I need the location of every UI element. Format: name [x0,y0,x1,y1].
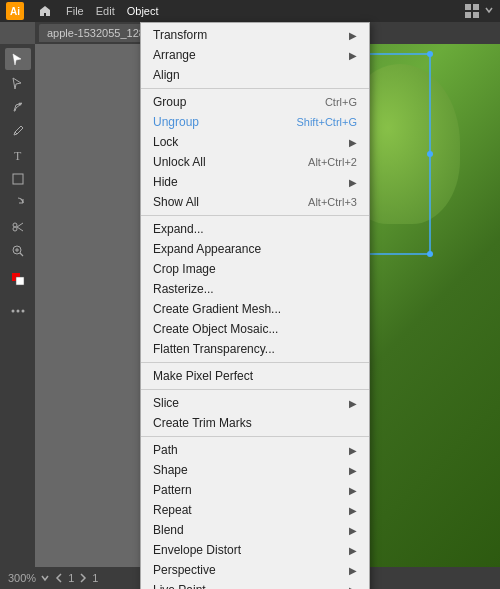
menu-item-expand[interactable]: Expand... [141,219,369,239]
home-icon[interactable] [36,2,54,20]
arrow-icon: ▶ [349,545,357,556]
menu-item-live-paint[interactable]: Live Paint ▶ [141,580,369,589]
menu-item-group[interactable]: Group Ctrl+G [141,92,369,112]
chevron-down-icon[interactable] [484,3,494,19]
menu-item-gradient-mesh[interactable]: Create Gradient Mesh... [141,299,369,319]
menu-item-hide[interactable]: Hide ▶ [141,172,369,192]
arrow-icon: ▶ [349,177,357,188]
menu-item-show-all[interactable]: Show All Alt+Ctrl+3 [141,192,369,212]
menu-item-transform[interactable]: Transform ▶ [141,25,369,45]
svg-point-12 [11,310,14,313]
separator-4 [141,389,369,390]
svg-point-13 [16,310,19,313]
menu-item-pixel-perfect[interactable]: Make Pixel Perfect [141,366,369,386]
menu-item-slice[interactable]: Slice ▶ [141,393,369,413]
svg-rect-3 [473,12,479,18]
app-logo: Ai [6,2,24,20]
fill-tool[interactable] [5,268,31,290]
arrow-icon: ▶ [349,398,357,409]
grid-icon[interactable] [464,3,480,19]
svg-point-7 [13,223,17,227]
svg-rect-1 [473,4,479,10]
menu-object[interactable]: Object [127,5,159,17]
svg-point-14 [21,310,24,313]
svg-point-18 [427,51,433,57]
type-tool[interactable]: T [5,144,31,166]
menu-item-path[interactable]: Path ▶ [141,440,369,460]
menu-item-ungroup[interactable]: Ungroup Shift+Ctrl+G [141,112,369,132]
menu-bar: Ai File Edit Object [0,0,500,22]
menu-item-crop-image[interactable]: Crop Image [141,259,369,279]
menu-edit[interactable]: Edit [96,5,115,17]
menu-item-create-trim[interactable]: Create Trim Marks [141,413,369,433]
artboard-current: 1 [68,572,74,584]
arrow-icon: ▶ [349,485,357,496]
pen-tool[interactable] [5,96,31,118]
arrow-icon: ▶ [349,465,357,476]
menu-item-expand-appearance[interactable]: Expand Appearance [141,239,369,259]
separator-1 [141,88,369,89]
arrow-icon: ▶ [349,50,357,61]
selection-tool[interactable] [5,48,31,70]
svg-point-8 [13,227,17,231]
svg-rect-2 [465,12,471,18]
svg-point-20 [427,251,433,257]
svg-point-19 [427,151,433,157]
direct-selection-tool[interactable] [5,72,31,94]
menu-item-flatten-transparency[interactable]: Flatten Transparency... [141,339,369,359]
artboard-next-icon[interactable] [78,571,88,585]
menu-item-blend[interactable]: Blend ▶ [141,520,369,540]
arrow-icon: ▶ [349,445,357,456]
shape-tool[interactable] [5,168,31,190]
menu-item-pattern[interactable]: Pattern ▶ [141,480,369,500]
arrow-icon: ▶ [349,137,357,148]
menu-item-unlock-all[interactable]: Unlock All Alt+Ctrl+2 [141,152,369,172]
menu-file[interactable]: File [66,5,84,17]
pencil-tool[interactable] [5,120,31,142]
arrow-icon: ▶ [349,565,357,576]
zoom-tool[interactable] [5,240,31,262]
menu-item-rasterize[interactable]: Rasterize... [141,279,369,299]
menu-item-arrange[interactable]: Arrange ▶ [141,45,369,65]
svg-rect-11 [16,277,24,285]
arrow-icon: ▶ [349,30,357,41]
rotate-tool[interactable] [5,192,31,214]
left-toolbar: T [0,44,35,567]
object-dropdown-menu: Transform ▶ Arrange ▶ Align Group Ctrl+G… [140,22,370,589]
more-tools[interactable] [5,300,31,322]
svg-rect-0 [465,4,471,10]
scissors-tool[interactable] [5,216,31,238]
separator-5 [141,436,369,437]
menu-item-object-mosaic[interactable]: Create Object Mosaic... [141,319,369,339]
arrow-icon: ▶ [349,505,357,516]
artboard-total: 1 [92,572,98,584]
arrow-icon: ▶ [349,525,357,536]
menu-item-align[interactable]: Align [141,65,369,85]
menu-item-shape[interactable]: Shape ▶ [141,460,369,480]
zoom-level: 300% [8,572,36,584]
menu-item-perspective[interactable]: Perspective ▶ [141,560,369,580]
separator-3 [141,362,369,363]
svg-point-4 [18,103,21,106]
svg-rect-6 [13,174,23,184]
menu-item-repeat[interactable]: Repeat ▶ [141,500,369,520]
zoom-dropdown-icon[interactable] [40,571,50,585]
svg-text:T: T [14,149,22,162]
arrow-icon: ▶ [349,585,357,590]
menu-item-lock[interactable]: Lock ▶ [141,132,369,152]
menu-item-envelope-distort[interactable]: Envelope Distort ▶ [141,540,369,560]
artboard-prev-icon[interactable] [54,571,64,585]
separator-2 [141,215,369,216]
